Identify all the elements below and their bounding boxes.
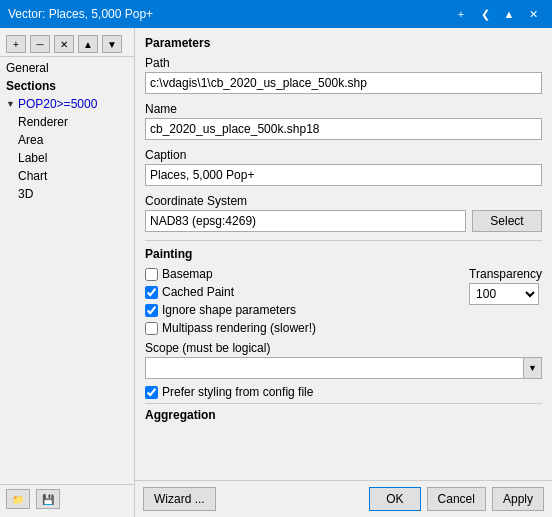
main-container: + ─ ✕ ▲ ▼ General Sections ▼ POP20>=5000… [0,28,552,517]
painting-section: Painting Basemap Cached Paint [145,240,542,399]
checkboxes-col: Basemap Cached Paint Ignore shape parame… [145,267,316,335]
minimize-button[interactable]: + [450,4,472,24]
transparency-select[interactable]: 100 [469,283,539,305]
chevron-down-icon: ▼ [6,99,15,109]
multipass-checkbox[interactable] [145,322,158,335]
right-panel: Parameters Path Name Caption Coordinate … [135,28,552,517]
cached-paint-checkbox[interactable] [145,286,158,299]
path-group: Path [145,56,542,94]
select-button[interactable]: Select [472,210,542,232]
basemap-checkbox[interactable] [145,268,158,281]
prefer-checkbox-row[interactable]: Prefer styling from config file [145,385,542,399]
sidebar-item-area[interactable]: Area [0,131,134,149]
coord-label: Coordinate System [145,194,542,208]
up-button[interactable]: ▲ [78,35,98,53]
name-label: Name [145,102,542,116]
painting-header: Painting [145,247,542,261]
scope-input[interactable] [146,361,523,375]
expand-button[interactable]: ▲ [498,4,520,24]
params-area: Parameters Path Name Caption Coordinate … [135,28,552,480]
sections-label: Sections [0,77,134,95]
name-input[interactable] [145,118,542,140]
left-panel: + ─ ✕ ▲ ▼ General Sections ▼ POP20>=5000… [0,28,135,517]
sidebar-item-general[interactable]: General [0,59,134,77]
coord-row: Select [145,210,542,232]
scope-combo[interactable]: ▼ [145,357,542,379]
prefer-label: Prefer styling from config file [162,385,313,399]
window-title: Vector: Places, 5,000 Pop+ [8,7,153,21]
left-panel-bottom: 📁 💾 [0,484,134,513]
sidebar-item-renderer[interactable]: Renderer [0,113,134,131]
transparency-col: Transparency 100 [469,267,542,305]
aggregation-header: Aggregation [145,408,542,422]
prefer-checkbox[interactable] [145,386,158,399]
down-button[interactable]: ▼ [102,35,122,53]
close-button[interactable]: ✕ [522,4,544,24]
ignore-shape-checkbox[interactable] [145,304,158,317]
painting-split-row: Basemap Cached Paint Ignore shape parame… [145,267,542,335]
sidebar-item-chart[interactable]: Chart [0,167,134,185]
restore-button[interactable]: ❮ [474,4,496,24]
transparency-label: Transparency [469,267,542,281]
sidebar-item-pop[interactable]: ▼ POP20>=5000 [0,95,134,113]
wizard-button[interactable]: Wizard ... [143,487,216,511]
add-button[interactable]: + [6,35,26,53]
remove-button[interactable]: ─ [30,35,50,53]
scope-dropdown-icon[interactable]: ▼ [523,358,541,378]
delete-button[interactable]: ✕ [54,35,74,53]
basemap-checkbox-row[interactable]: Basemap [145,267,316,281]
ignore-shape-checkbox-row[interactable]: Ignore shape parameters [145,303,316,317]
path-label: Path [145,56,542,70]
basemap-label: Basemap [162,267,213,281]
cached-paint-checkbox-row[interactable]: Cached Paint [145,285,316,299]
cancel-button[interactable]: Cancel [427,487,486,511]
sidebar-item-3d[interactable]: 3D [0,185,134,203]
left-toolbar: + ─ ✕ ▲ ▼ [0,32,134,57]
title-bar: Vector: Places, 5,000 Pop+ + ❮ ▲ ✕ [0,0,552,28]
coord-group: Coordinate System Select [145,194,542,232]
save-button[interactable]: 💾 [36,489,60,509]
window-controls: + ❮ ▲ ✕ [450,4,544,24]
coord-input[interactable] [145,210,466,232]
sidebar-item-label[interactable]: Label [0,149,134,167]
cached-paint-label: Cached Paint [162,285,234,299]
scope-label: Scope (must be logical) [145,341,542,355]
ok-button[interactable]: OK [369,487,420,511]
caption-group: Caption [145,148,542,186]
folder-button[interactable]: 📁 [6,489,30,509]
caption-input[interactable] [145,164,542,186]
apply-button[interactable]: Apply [492,487,544,511]
parameters-header: Parameters [145,36,542,50]
caption-label: Caption [145,148,542,162]
multipass-checkbox-row[interactable]: Multipass rendering (slower!) [145,321,316,335]
aggregation-section: Aggregation [145,403,542,422]
path-input[interactable] [145,72,542,94]
ignore-shape-label: Ignore shape parameters [162,303,296,317]
name-group: Name [145,102,542,140]
multipass-label: Multipass rendering (slower!) [162,321,316,335]
bottom-bar: Wizard ... OK Cancel Apply [135,480,552,517]
